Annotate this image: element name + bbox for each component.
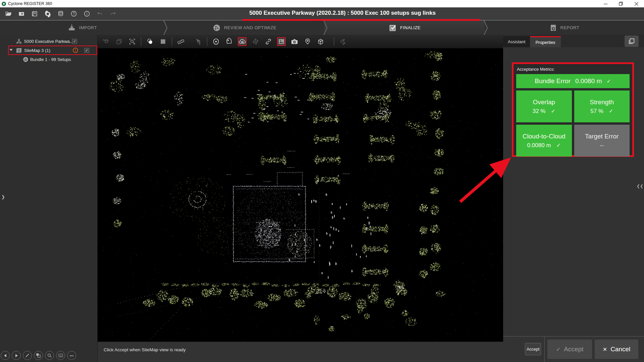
cancel-button-label: Cancel: [610, 346, 630, 353]
import-icon: [67, 23, 76, 32]
target-error-metric: Target Error --: [574, 125, 630, 157]
tree-collapse-caret[interactable]: [9, 49, 13, 51]
toolbar-separator: [172, 37, 172, 46]
project-title: 5000 Executive Parkway (2020.2.18) : 500…: [249, 10, 436, 16]
title-underline-annotation: [242, 19, 480, 21]
open-project-icon[interactable]: [5, 10, 12, 17]
bundle-error-value: 0.0080 m: [575, 77, 602, 85]
cloud-to-cloud-value: 0.0080 m: [527, 142, 551, 149]
toolbar-separator: [207, 37, 207, 46]
accept-button[interactable]: ✓ Accept: [547, 340, 592, 359]
tab-report-label: REPORT: [560, 25, 580, 30]
contrast-icon[interactable]: [146, 37, 154, 46]
cloud-to-cloud-metric: Cloud-to-Cloud 0.0080 m✓: [516, 125, 572, 157]
bundle-error-label: Bundle Error: [535, 77, 571, 85]
camera-icon[interactable]: [290, 37, 299, 46]
layout-panels-button[interactable]: [625, 36, 639, 47]
sitemap-nav-toolbar: •••: [1, 351, 76, 360]
pass-check-icon: ✓: [556, 142, 560, 149]
target-icon[interactable]: [212, 37, 220, 46]
info-icon[interactable]: i: [83, 10, 91, 17]
storage-icon[interactable]: [57, 10, 64, 17]
tag-icon[interactable]: [225, 37, 233, 46]
edit-node-icon[interactable]: [338, 37, 347, 46]
accept-button-label: Accept: [564, 346, 583, 353]
keyboard-button[interactable]: [56, 351, 65, 360]
view-cube-icon[interactable]: [316, 37, 325, 46]
strength-metric: Strength 57 %✓: [574, 90, 630, 122]
footer-divider: [544, 337, 545, 362]
sitemap-icon: [16, 48, 22, 55]
tab-finalize-label: FINALIZE: [400, 25, 421, 30]
pass-check-icon: ✓: [606, 78, 611, 84]
undo-icon[interactable]: [96, 10, 104, 17]
tree-item-bundle[interactable]: Bundle 1 - 99 Setups: [0, 55, 98, 64]
point-cloud-canvas[interactable]: [98, 48, 503, 342]
next-button[interactable]: [12, 351, 21, 360]
overlap-metric: Overlap 32 %✓: [516, 90, 572, 122]
toolbar-separator: [334, 37, 334, 46]
fill-square-icon[interactable]: [159, 37, 167, 46]
workflow-tab-bar: IMPORT REVIEW AND OPTIMIZE FINALIZE REPO…: [0, 20, 644, 35]
tab-import[interactable]: IMPORT: [0, 20, 164, 35]
cloud-to-cloud-label: Cloud-to-Cloud: [523, 133, 566, 140]
settings-gear-icon[interactable]: [44, 10, 51, 17]
tab-properties[interactable]: Properties: [530, 36, 561, 47]
minimize-button[interactable]: [598, 0, 613, 7]
zoom-button[interactable]: [45, 351, 54, 360]
geometry-icon[interactable]: [251, 37, 260, 46]
target-error-value: --: [600, 142, 604, 149]
close-project-icon[interactable]: [18, 10, 25, 17]
restore-button[interactable]: [613, 0, 629, 7]
previous-button[interactable]: [1, 351, 10, 360]
strength-value: 57 %: [590, 108, 603, 115]
tab-import-label: IMPORT: [79, 25, 97, 30]
panel-collapse-handle[interactable]: ❮❮: [637, 184, 643, 188]
title-bar: Cyclone REGISTER 360: [0, 0, 644, 7]
panel-footer: Accept ✓ Accept ✕ Cancel: [503, 336, 644, 362]
bundle-error-metric: Bundle Error 0.0080 m ✓: [516, 74, 630, 88]
link-icon[interactable]: [264, 37, 273, 46]
measure-icon[interactable]: [176, 37, 185, 46]
svg-text:i: i: [87, 12, 87, 16]
cancel-button[interactable]: ✕ Cancel: [595, 340, 638, 359]
report-icon: [549, 24, 557, 32]
metrics-heading: Acceptance Metrics:: [517, 67, 630, 72]
tree-item-label: SiteMap 3 (1): [24, 48, 50, 53]
tab-review-optimize[interactable]: REVIEW AND OPTIMIZE: [164, 20, 324, 35]
zoom-region-icon[interactable]: [128, 37, 137, 46]
layout-button[interactable]: [34, 351, 43, 360]
tree-item-sitemap[interactable]: SiteMap 3 (1) ! ✓: [0, 46, 98, 55]
toolbar-separator: [141, 37, 141, 46]
draw-button[interactable]: [23, 351, 32, 360]
sidebar-collapse-handle[interactable]: ❯: [1, 194, 5, 199]
tree-item-project[interactable]: 5000 Executive Parkwa... ✓: [0, 37, 98, 46]
status-message: Click Accept when SiteMap view is ready: [104, 347, 186, 352]
location-pin-icon[interactable]: [303, 37, 312, 46]
unregister-icon[interactable]: [102, 37, 110, 46]
image-icon[interactable]: [277, 37, 286, 46]
bundle-icon: [23, 57, 29, 64]
tab-assistant[interactable]: Assistant: [503, 36, 530, 47]
redo-icon[interactable]: [109, 10, 117, 17]
tab-review-optimize-label: REVIEW AND OPTIMIZE: [224, 25, 276, 30]
tab-finalize[interactable]: FINALIZE: [324, 20, 485, 35]
tree-item-checkbox[interactable]: ✓: [84, 48, 89, 53]
tree-item-label: 5000 Executive Parkwa...: [24, 39, 73, 44]
panel-tab-bar: Assistant Properties: [503, 35, 644, 47]
main-toolbar: ? i 5000 Executive Parkway (2020.2.18) :…: [0, 7, 644, 20]
tab-separator: [483, 20, 488, 35]
warning-icon: !: [73, 48, 78, 53]
close-button[interactable]: [629, 0, 644, 7]
temperature-cursor-icon[interactable]: [194, 37, 203, 46]
point-cloud-icon[interactable]: [238, 37, 247, 46]
more-button[interactable]: •••: [67, 351, 76, 360]
accept-small-button[interactable]: Accept: [525, 343, 541, 355]
tab-report[interactable]: REPORT: [485, 20, 644, 35]
finalize-icon: [388, 23, 397, 32]
overlap-view-icon[interactable]: [115, 37, 123, 46]
tab-separator: [163, 20, 168, 35]
tree-item-checkbox[interactable]: ✓: [72, 39, 77, 44]
project-manager-icon[interactable]: [31, 10, 38, 17]
help-icon[interactable]: ?: [70, 10, 77, 17]
